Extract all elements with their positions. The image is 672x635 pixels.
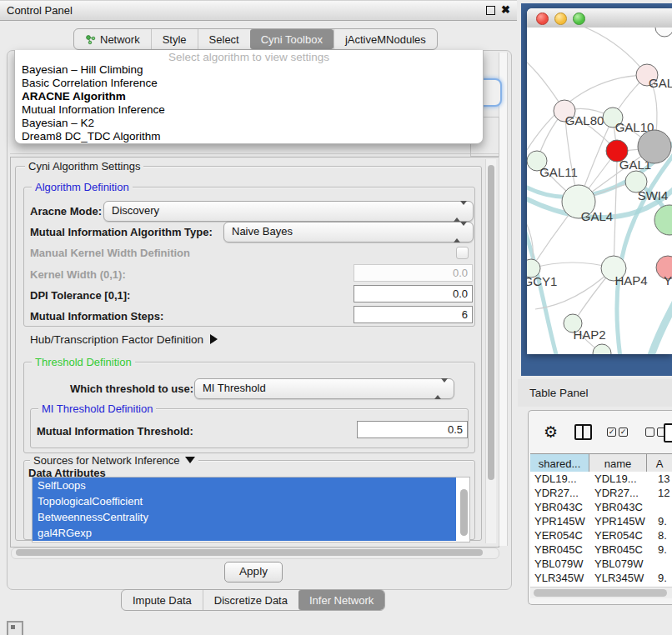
- popup-item[interactable]: Dream8 DC_TDC Algorithm: [15, 130, 483, 143]
- table-cell[interactable]: YBR045C: [593, 542, 651, 557]
- table-cell[interactable]: YER054C: [530, 528, 593, 542]
- mi-steps-input[interactable]: 6: [354, 306, 473, 323]
- tab-cyni-toolbox[interactable]: Cyni Toolbox: [250, 29, 333, 49]
- table-cell[interactable]: 9.: [651, 514, 672, 528]
- table-cell[interactable]: YBR043C: [593, 500, 651, 514]
- mi-threshold-input[interactable]: 0.5: [357, 421, 468, 438]
- data-attribute-item[interactable]: BetweennessCentrality: [33, 509, 456, 525]
- table-cell[interactable]: 9.: [651, 571, 672, 585]
- document-icon[interactable]: [664, 423, 672, 442]
- mi-algorithm-type-select[interactable]: Naive Bayes: [223, 222, 474, 242]
- scrollbar-thumb[interactable]: [488, 165, 494, 480]
- node-label: SWI4: [638, 188, 669, 202]
- close-light-icon[interactable]: [536, 12, 549, 25]
- data-attribute-item[interactable]: gal4RGexp: [33, 525, 456, 541]
- manual-kernel-width-checkbox[interactable]: [456, 247, 469, 259]
- table-cell[interactable]: YBR045C: [530, 542, 593, 557]
- stepper-arrows-icon: [454, 226, 467, 238]
- network-node[interactable]: [655, 28, 672, 37]
- network-node[interactable]: [638, 130, 671, 163]
- table-cell[interactable]: 8.: [651, 528, 672, 542]
- panel-vertical-scrollbar[interactable]: [499, 52, 508, 546]
- table-row[interactable]: YDR27...YDR27...12: [530, 486, 672, 500]
- table-row[interactable]: YBL079WYBL079W: [530, 557, 672, 571]
- apply-button[interactable]: Apply: [224, 562, 283, 582]
- table-cell[interactable]: YPR145W: [593, 514, 651, 528]
- settings-vertical-scrollbar[interactable]: [485, 159, 496, 543]
- kernel-width-input[interactable]: 0.0: [354, 264, 473, 282]
- popup-item[interactable]: ARACNE Algorithm: [15, 90, 483, 103]
- data-attribute-item[interactable]: TopologicalCoefficient: [33, 493, 456, 509]
- network-node[interactable]: [654, 205, 672, 235]
- list-scrollbar-thumb[interactable]: [460, 489, 468, 536]
- data-attributes-list[interactable]: SelfLoopsTopologicalCoefficientBetweenne…: [32, 477, 470, 542]
- float-window-icon[interactable]: [486, 6, 495, 15]
- column-header[interactable]: shared...: [530, 454, 589, 472]
- node-label: Y: [664, 273, 672, 288]
- popup-item-list: Bayesian – Hill ClimbingBasic Correlatio…: [15, 63, 483, 143]
- table-toolbar: ⚙ ✓✓: [529, 416, 672, 448]
- tab-label: Impute Data: [133, 594, 192, 607]
- table-cell[interactable]: YDL19...: [530, 472, 593, 486]
- table-row[interactable]: YBR045CYBR045C9.: [530, 542, 672, 557]
- zoom-light-icon[interactable]: [573, 12, 585, 25]
- table-cell[interactable]: YDL19...: [593, 472, 651, 486]
- column-header[interactable]: name: [589, 454, 647, 472]
- tab-select[interactable]: Select: [198, 29, 250, 49]
- tab-impute-data[interactable]: Impute Data: [122, 590, 203, 610]
- columns-icon[interactable]: [574, 424, 592, 440]
- table-cell[interactable]: [651, 500, 672, 514]
- tab-infer-network[interactable]: Infer Network: [298, 590, 384, 610]
- table-row[interactable]: YER054CYER054C8.: [530, 528, 672, 542]
- table-cell[interactable]: [651, 557, 672, 571]
- minimize-light-icon[interactable]: [554, 12, 567, 25]
- mi-steps-label: Mutual Information Steps:: [30, 310, 163, 322]
- aracne-mode-select[interactable]: Discovery: [103, 201, 474, 222]
- sources-title[interactable]: Sources for Network Inference: [30, 454, 198, 467]
- settings-horizontal-scrollbar[interactable]: [11, 548, 499, 559]
- tab-discretize-data[interactable]: Discretize Data: [203, 590, 298, 610]
- app-root: Control Panel ✖ NetworkStyleSelectCyni T…: [0, 0, 672, 635]
- network-node[interactable]: [593, 344, 611, 354]
- network-window[interactable]: GALGAL80GAL10GAL1GAL11SWI4GAL4GCY1HAP4YH…: [527, 8, 672, 354]
- data-attribute-item[interactable]: SelfLoops: [33, 478, 456, 493]
- popup-item[interactable]: Mutual Information Inference: [15, 103, 483, 117]
- network-window-titlebar[interactable]: [527, 8, 672, 28]
- table-cell[interactable]: YDR27...: [530, 486, 593, 500]
- scrollbar-thumb[interactable]: [16, 549, 483, 556]
- popup-item[interactable]: Bayesian – K2: [15, 117, 483, 130]
- gear-icon[interactable]: ⚙: [544, 422, 558, 442]
- table-cell[interactable]: YER054C: [593, 528, 651, 542]
- table-cell[interactable]: 9.: [651, 542, 672, 557]
- table-cell[interactable]: YLR345W: [530, 571, 593, 585]
- close-icon[interactable]: ✖: [501, 3, 510, 16]
- network-canvas[interactable]: GALGAL80GAL10GAL1GAL11SWI4GAL4GCY1HAP4YH…: [527, 28, 672, 354]
- table-row[interactable]: YLR345WYLR345W9.: [530, 571, 672, 585]
- tab-jactivemnodules[interactable]: jActiveMNodules: [333, 29, 437, 49]
- checked-boxes-icon[interactable]: ✓✓: [607, 428, 630, 437]
- table-horizontal-scrollbar[interactable]: [530, 587, 672, 598]
- table-row[interactable]: YDL19...YDL19...13: [530, 472, 672, 486]
- table-cell[interactable]: YPR145W: [530, 514, 593, 528]
- network-edge-thick: [527, 228, 557, 354]
- column-header[interactable]: A: [647, 454, 672, 472]
- collapsed-panel-icon[interactable]: [7, 621, 23, 635]
- table-cell[interactable]: YDR27...: [593, 486, 651, 500]
- hub-definition-toggle[interactable]: Hub/Transcription Factor Definition: [30, 333, 218, 346]
- popup-item[interactable]: Bayesian – Hill Climbing: [15, 63, 483, 77]
- table-row[interactable]: YPR145WYPR145W9.: [530, 514, 672, 528]
- tab-network[interactable]: Network: [74, 29, 151, 49]
- table-cell[interactable]: 13: [651, 472, 672, 486]
- table-row[interactable]: YBR043CYBR043C: [530, 500, 672, 514]
- dpi-tolerance-input[interactable]: 0.0: [354, 285, 473, 302]
- table-cell[interactable]: YBL079W: [530, 557, 593, 571]
- table-cell[interactable]: 12: [651, 486, 672, 500]
- tab-label: Cyni Toolbox: [261, 33, 323, 46]
- which-threshold-select[interactable]: MI Threshold: [194, 378, 454, 399]
- popup-item[interactable]: Basic Correlation Inference: [15, 77, 483, 90]
- table-cell[interactable]: YLR345W: [593, 571, 651, 585]
- table-cell[interactable]: YBL079W: [593, 557, 651, 571]
- scrollbar-thumb[interactable]: [534, 589, 667, 597]
- table-cell[interactable]: YBR043C: [530, 500, 593, 514]
- tab-style[interactable]: Style: [151, 29, 198, 49]
